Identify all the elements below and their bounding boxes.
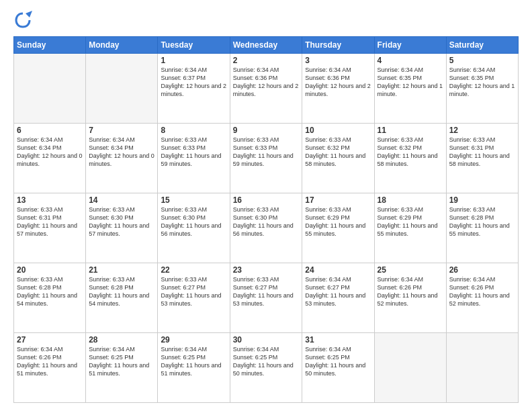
day-cell: 11Sunrise: 6:33 AMSunset: 6:32 PMDayligh… <box>374 124 446 193</box>
day-cell: 18Sunrise: 6:33 AMSunset: 6:29 PMDayligh… <box>374 193 446 263</box>
week-row-0: 1Sunrise: 6:34 AMSunset: 6:37 PMDaylight… <box>14 54 519 124</box>
day-number: 3 <box>305 56 371 65</box>
day-cell: 2Sunrise: 6:34 AMSunset: 6:36 PMDaylight… <box>230 54 302 124</box>
week-row-2: 13Sunrise: 6:33 AMSunset: 6:31 PMDayligh… <box>14 193 519 263</box>
day-cell: 30Sunrise: 6:34 AMSunset: 6:25 PMDayligh… <box>230 333 302 403</box>
day-info: Sunrise: 6:34 AMSunset: 6:26 PMDaylight:… <box>17 345 83 378</box>
header <box>13 11 519 30</box>
day-info: Sunrise: 6:33 AMSunset: 6:32 PMDaylight:… <box>305 136 371 169</box>
day-number: 11 <box>378 126 443 135</box>
day-info: Sunrise: 6:33 AMSunset: 6:29 PMDaylight:… <box>378 205 443 238</box>
day-number: 27 <box>17 335 83 345</box>
day-info: Sunrise: 6:33 AMSunset: 6:28 PMDaylight:… <box>89 275 154 308</box>
col-header-sunday: Sunday <box>14 37 86 54</box>
col-header-tuesday: Tuesday <box>158 37 230 54</box>
day-cell: 4Sunrise: 6:34 AMSunset: 6:35 PMDaylight… <box>374 54 446 124</box>
day-number: 18 <box>378 195 443 205</box>
day-info: Sunrise: 6:33 AMSunset: 6:27 PMDaylight:… <box>233 275 300 308</box>
day-cell: 17Sunrise: 6:33 AMSunset: 6:29 PMDayligh… <box>302 193 374 263</box>
day-cell <box>446 333 518 403</box>
day-info: Sunrise: 6:34 AMSunset: 6:25 PMDaylight:… <box>161 345 226 378</box>
col-header-saturday: Saturday <box>446 37 518 54</box>
day-number: 28 <box>89 335 154 345</box>
day-info: Sunrise: 6:33 AMSunset: 6:31 PMDaylight:… <box>449 136 515 169</box>
day-cell: 14Sunrise: 6:33 AMSunset: 6:30 PMDayligh… <box>86 193 158 263</box>
day-number: 7 <box>89 126 154 135</box>
day-cell: 5Sunrise: 6:34 AMSunset: 6:35 PMDaylight… <box>446 54 518 124</box>
day-cell: 27Sunrise: 6:34 AMSunset: 6:26 PMDayligh… <box>14 333 86 403</box>
day-cell: 13Sunrise: 6:33 AMSunset: 6:31 PMDayligh… <box>14 193 86 263</box>
day-info: Sunrise: 6:34 AMSunset: 6:36 PMDaylight:… <box>305 66 371 99</box>
day-cell: 7Sunrise: 6:34 AMSunset: 6:34 PMDaylight… <box>86 124 158 193</box>
day-cell: 23Sunrise: 6:33 AMSunset: 6:27 PMDayligh… <box>230 263 302 333</box>
day-number: 30 <box>233 335 300 345</box>
day-number: 9 <box>233 126 300 135</box>
day-number: 20 <box>17 265 83 275</box>
day-cell: 8Sunrise: 6:33 AMSunset: 6:33 PMDaylight… <box>158 124 230 193</box>
week-row-3: 20Sunrise: 6:33 AMSunset: 6:28 PMDayligh… <box>14 263 519 333</box>
day-cell: 12Sunrise: 6:33 AMSunset: 6:31 PMDayligh… <box>446 124 518 193</box>
day-number: 24 <box>305 265 371 275</box>
day-number: 16 <box>233 195 300 205</box>
day-cell: 21Sunrise: 6:33 AMSunset: 6:28 PMDayligh… <box>86 263 158 333</box>
day-number: 15 <box>161 195 226 205</box>
day-cell: 24Sunrise: 6:34 AMSunset: 6:27 PMDayligh… <box>302 263 374 333</box>
col-header-monday: Monday <box>86 37 158 54</box>
day-number: 23 <box>233 265 300 275</box>
day-number: 8 <box>161 126 226 135</box>
day-number: 29 <box>161 335 226 345</box>
day-cell: 16Sunrise: 6:33 AMSunset: 6:30 PMDayligh… <box>230 193 302 263</box>
day-info: Sunrise: 6:34 AMSunset: 6:35 PMDaylight:… <box>449 66 515 99</box>
day-info: Sunrise: 6:33 AMSunset: 6:30 PMDaylight:… <box>89 205 154 238</box>
calendar-header-row: SundayMondayTuesdayWednesdayThursdayFrid… <box>14 37 519 54</box>
calendar: SundayMondayTuesdayWednesdayThursdayFrid… <box>13 36 519 403</box>
day-number: 12 <box>449 126 515 135</box>
day-number: 14 <box>89 195 154 205</box>
logo <box>13 11 35 30</box>
day-info: Sunrise: 6:34 AMSunset: 6:34 PMDaylight:… <box>89 136 154 169</box>
day-number: 13 <box>17 195 83 205</box>
day-number: 6 <box>17 126 83 135</box>
day-info: Sunrise: 6:33 AMSunset: 6:33 PMDaylight:… <box>161 136 226 169</box>
day-number: 21 <box>89 265 154 275</box>
day-cell <box>14 54 86 124</box>
day-number: 10 <box>305 126 371 135</box>
day-cell: 20Sunrise: 6:33 AMSunset: 6:28 PMDayligh… <box>14 263 86 333</box>
day-number: 4 <box>378 56 443 65</box>
logo-icon <box>13 11 32 30</box>
day-number: 22 <box>161 265 226 275</box>
day-info: Sunrise: 6:34 AMSunset: 6:26 PMDaylight:… <box>378 275 443 308</box>
day-cell: 3Sunrise: 6:34 AMSunset: 6:36 PMDaylight… <box>302 54 374 124</box>
day-number: 31 <box>305 335 371 345</box>
day-info: Sunrise: 6:34 AMSunset: 6:27 PMDaylight:… <box>305 275 371 308</box>
day-info: Sunrise: 6:34 AMSunset: 6:25 PMDaylight:… <box>233 345 300 378</box>
day-info: Sunrise: 6:34 AMSunset: 6:35 PMDaylight:… <box>378 66 443 99</box>
page: SundayMondayTuesdayWednesdayThursdayFrid… <box>0 0 532 411</box>
week-row-1: 6Sunrise: 6:34 AMSunset: 6:34 PMDaylight… <box>14 124 519 193</box>
day-info: Sunrise: 6:33 AMSunset: 6:33 PMDaylight:… <box>233 136 300 169</box>
day-cell: 28Sunrise: 6:34 AMSunset: 6:25 PMDayligh… <box>86 333 158 403</box>
day-info: Sunrise: 6:33 AMSunset: 6:28 PMDaylight:… <box>449 205 515 238</box>
day-info: Sunrise: 6:34 AMSunset: 6:26 PMDaylight:… <box>449 275 515 308</box>
day-cell: 25Sunrise: 6:34 AMSunset: 6:26 PMDayligh… <box>374 263 446 333</box>
day-info: Sunrise: 6:33 AMSunset: 6:27 PMDaylight:… <box>161 275 226 308</box>
day-cell: 10Sunrise: 6:33 AMSunset: 6:32 PMDayligh… <box>302 124 374 193</box>
day-number: 19 <box>449 195 515 205</box>
day-cell: 31Sunrise: 6:34 AMSunset: 6:25 PMDayligh… <box>302 333 374 403</box>
day-info: Sunrise: 6:34 AMSunset: 6:25 PMDaylight:… <box>89 345 154 378</box>
day-cell: 9Sunrise: 6:33 AMSunset: 6:33 PMDaylight… <box>230 124 302 193</box>
col-header-thursday: Thursday <box>302 37 374 54</box>
week-row-4: 27Sunrise: 6:34 AMSunset: 6:26 PMDayligh… <box>14 333 519 403</box>
day-cell: 26Sunrise: 6:34 AMSunset: 6:26 PMDayligh… <box>446 263 518 333</box>
day-info: Sunrise: 6:33 AMSunset: 6:31 PMDaylight:… <box>17 205 83 238</box>
day-number: 1 <box>161 56 226 65</box>
day-number: 2 <box>233 56 300 65</box>
day-cell: 15Sunrise: 6:33 AMSunset: 6:30 PMDayligh… <box>158 193 230 263</box>
day-cell: 19Sunrise: 6:33 AMSunset: 6:28 PMDayligh… <box>446 193 518 263</box>
day-number: 26 <box>449 265 515 275</box>
day-number: 25 <box>378 265 443 275</box>
day-info: Sunrise: 6:34 AMSunset: 6:34 PMDaylight:… <box>17 136 83 169</box>
day-cell: 22Sunrise: 6:33 AMSunset: 6:27 PMDayligh… <box>158 263 230 333</box>
day-cell: 1Sunrise: 6:34 AMSunset: 6:37 PMDaylight… <box>158 54 230 124</box>
day-info: Sunrise: 6:33 AMSunset: 6:30 PMDaylight:… <box>161 205 226 238</box>
